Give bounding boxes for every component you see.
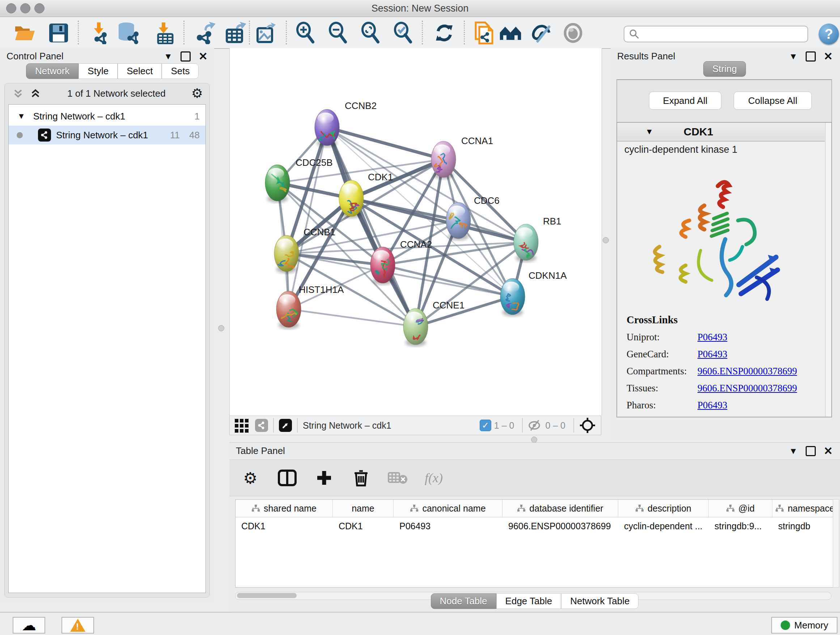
toolbar-separator xyxy=(573,418,574,432)
toolbar-separator xyxy=(464,21,465,44)
expand-all-networks-icon[interactable] xyxy=(29,87,42,100)
network-collection-row[interactable]: ▼ String Network – cdk1 1 xyxy=(9,107,205,126)
left-splitter-handle[interactable] xyxy=(218,325,224,331)
toolbar-separator xyxy=(183,21,185,44)
tab-edge-table[interactable]: Edge Table xyxy=(496,593,561,609)
table-cell[interactable]: P06493 xyxy=(393,517,502,535)
control-panel: Control Panel ▼ ✕ NetworkStyleSelectSets… xyxy=(0,48,214,602)
hidden-count: 0 – 0 xyxy=(545,420,565,431)
column-header-description[interactable]: description xyxy=(618,500,709,517)
column-header-shared-name[interactable]: shared name xyxy=(235,500,333,517)
column-header-canonical-name[interactable]: canonical name xyxy=(393,500,502,517)
crosslink-link[interactable]: P06493 xyxy=(698,332,728,342)
birds-eye-toggle-icon[interactable] xyxy=(579,417,596,434)
tab-string[interactable]: String xyxy=(703,61,746,77)
svg-text:RB1: RB1 xyxy=(543,216,561,226)
horizontal-splitter-handle[interactable] xyxy=(531,437,537,443)
table-panel-title: Table Panel xyxy=(236,445,285,456)
table-cell[interactable]: stringdb xyxy=(772,517,838,535)
cloud-button[interactable]: ☁ xyxy=(13,617,45,633)
table-cell[interactable]: 9606.ENSP00000378699 xyxy=(502,517,618,535)
tab-style[interactable]: Style xyxy=(79,63,118,79)
detach-view-icon[interactable] xyxy=(279,419,292,432)
tab-sets[interactable]: Sets xyxy=(162,63,199,79)
export-table-icon[interactable] xyxy=(224,21,247,44)
import-network-file-icon[interactable] xyxy=(87,21,110,44)
refresh-icon[interactable] xyxy=(433,21,456,44)
tab-node-table[interactable]: Node Table xyxy=(431,593,496,609)
close-panel-icon[interactable]: ✕ xyxy=(824,446,833,456)
maximize-panel-icon[interactable] xyxy=(806,446,816,456)
selected-checkbox-icon[interactable]: ✓ xyxy=(480,420,491,431)
crosslink-link[interactable]: P06493 xyxy=(698,348,728,359)
string-import-icon[interactable] xyxy=(472,21,496,44)
collection-expand-icon[interactable]: ▼ xyxy=(17,111,25,121)
show-hide-glasses-icon[interactable] xyxy=(531,21,554,44)
node-table[interactable]: shared namenamecanonical namedatabase id… xyxy=(235,499,838,587)
results-scrollbar[interactable] xyxy=(825,123,831,417)
float-panel-icon[interactable]: ▼ xyxy=(164,52,172,61)
memory-button[interactable]: Memory xyxy=(771,617,837,633)
tab-network[interactable]: Network xyxy=(26,63,79,79)
close-panel-icon[interactable]: ✕ xyxy=(824,51,833,62)
network-selection-status: 1 of 1 Network selected xyxy=(42,88,191,99)
warnings-button[interactable]: ! xyxy=(62,617,94,633)
section-collapse-icon[interactable]: ▼ xyxy=(645,127,653,136)
table-options-gear-icon[interactable]: ⚙ xyxy=(240,468,261,488)
import-network-database-icon[interactable] xyxy=(117,21,140,44)
tab-select[interactable]: Select xyxy=(118,63,162,79)
change-species-icon[interactable] xyxy=(499,21,523,44)
maximize-panel-icon[interactable] xyxy=(806,51,816,62)
right-splitter-handle[interactable] xyxy=(603,237,609,243)
crosslink-link[interactable]: P06493 xyxy=(698,400,728,410)
table-vertical-scrollbar[interactable] xyxy=(833,499,839,587)
collapse-all-networks-icon[interactable] xyxy=(12,87,24,100)
float-panel-icon[interactable]: ▼ xyxy=(789,447,798,455)
column-header-namespace[interactable]: namespace xyxy=(772,500,838,517)
column-header-name[interactable]: name xyxy=(333,500,393,517)
column-header-database-identifier[interactable]: database identifier xyxy=(502,500,618,517)
protein-section-header[interactable]: ▼ CDK1 xyxy=(617,123,825,141)
network-row[interactable]: String Network – cdk1 11 48 xyxy=(9,126,205,144)
save-session-icon[interactable] xyxy=(47,21,70,44)
table-toolbar: ⚙ f(x) xyxy=(229,459,840,496)
zoom-in-icon[interactable] xyxy=(294,21,317,44)
column-header--id[interactable]: @id xyxy=(709,500,772,517)
enrichment-disabled-icon[interactable] xyxy=(561,21,584,44)
network-view-type-icon[interactable] xyxy=(255,419,268,432)
table-cell[interactable]: CDK1 xyxy=(235,517,333,535)
network-view[interactable]: CCNB2CCNA1CDC25BCDK1CDC6RB1CCNB1CCNA2CDK… xyxy=(229,48,602,416)
table-cell[interactable]: CDK1 xyxy=(333,517,393,535)
crosslink-link[interactable]: 9606.ENSP00000378699 xyxy=(698,383,797,394)
close-panel-icon[interactable]: ✕ xyxy=(199,51,208,62)
collapse-all-button[interactable]: Collapse All xyxy=(734,92,812,110)
crosslink-label: GeneCard: xyxy=(627,348,698,360)
zoom-selected-icon[interactable] xyxy=(392,21,415,44)
maximize-panel-icon[interactable] xyxy=(180,51,191,62)
network-options-gear-icon[interactable]: ⚙ xyxy=(191,86,203,101)
show-columns-icon[interactable] xyxy=(277,468,297,488)
window-status-bar: ☁ ! Memory xyxy=(0,612,840,635)
table-cell[interactable]: cyclin-dependent ... xyxy=(618,517,709,535)
grid-view-icon[interactable] xyxy=(234,417,250,433)
import-table-file-icon[interactable] xyxy=(152,21,175,44)
open-session-icon[interactable] xyxy=(13,21,36,44)
search-field[interactable] xyxy=(624,26,808,42)
table-cell[interactable]: stringdb:9... xyxy=(709,517,772,535)
help-button[interactable]: ? xyxy=(819,24,839,44)
network-view-toolbar: String Network – cdk1 ✓ 1 – 0 0 – 0 xyxy=(229,416,601,435)
network-name: String Network – cdk1 xyxy=(56,130,148,141)
export-image-icon[interactable] xyxy=(255,21,278,44)
crosslink-link[interactable]: 9606.ENSP00000378699 xyxy=(698,366,797,377)
export-network-icon[interactable] xyxy=(194,21,217,44)
zoom-out-icon[interactable] xyxy=(326,21,349,44)
tab-network-table[interactable]: Network Table xyxy=(561,593,638,609)
function-builder-icon: f(x) xyxy=(425,470,443,486)
add-column-icon[interactable] xyxy=(314,468,334,488)
delete-column-icon[interactable] xyxy=(351,468,371,488)
zoom-fit-icon[interactable] xyxy=(359,21,382,44)
search-input[interactable] xyxy=(639,29,800,40)
float-panel-icon[interactable]: ▼ xyxy=(789,52,798,61)
expand-all-button[interactable]: Expand All xyxy=(649,92,722,110)
table-row[interactable]: CDK1CDK1P064939606.ENSP00000378699cyclin… xyxy=(235,517,838,535)
